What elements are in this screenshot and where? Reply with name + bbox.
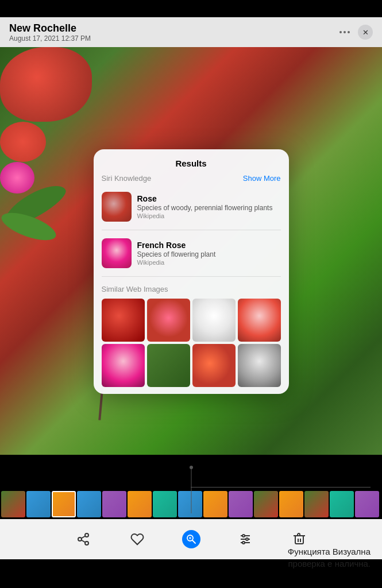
french-rose-knowledge-item[interactable]: French Rose Species of flowering plant W… <box>94 234 289 273</box>
svg-point-8 <box>242 541 245 544</box>
similar-image-2[interactable] <box>147 299 190 342</box>
svg-point-2 <box>189 537 191 539</box>
svg-line-1 <box>192 540 195 543</box>
more-options-button[interactable] <box>339 31 350 33</box>
svg-point-7 <box>246 538 248 540</box>
film-thumb-10[interactable] <box>229 491 253 517</box>
battery-percent: 100% <box>338 5 357 13</box>
annotation-text: Функцията Визуална проверка е налична. <box>256 546 371 570</box>
status-bar: 9:41 AM Mon Jun 10 100% <box>0 0 382 17</box>
header-actions: ✕ <box>339 25 373 40</box>
similar-image-1[interactable] <box>102 299 145 342</box>
film-thumb-7[interactable] <box>153 491 177 517</box>
film-thumb-2[interactable] <box>26 491 51 517</box>
divider-1 <box>102 230 281 230</box>
film-thumb-14[interactable] <box>330 491 354 517</box>
rose-description: Species of woody, perennial flowering pl… <box>137 203 273 213</box>
red-flower-small <box>0 122 46 162</box>
heart-icon <box>130 532 144 546</box>
similar-image-6[interactable] <box>147 344 190 387</box>
annotation-dot <box>190 466 193 469</box>
french-rose-name: French Rose <box>137 241 216 250</box>
french-rose-description: Species of flowering plant <box>137 250 216 260</box>
rose-thumbnail <box>102 192 132 222</box>
film-thumb-4[interactable] <box>77 491 101 517</box>
header-title-block: New Rochelle August 17, 2021 12:37 PM <box>9 22 91 42</box>
rose-knowledge-item[interactable]: Rose Species of woody, perennial floweri… <box>94 187 289 226</box>
french-rose-source: Wikipedia <box>137 259 216 266</box>
siri-knowledge-label: Siri Knowledge <box>102 174 152 183</box>
wifi-icon <box>326 5 335 12</box>
similar-image-7[interactable] <box>192 344 236 387</box>
show-more-button[interactable]: Show More <box>243 174 281 183</box>
annotation-line-vertical <box>191 467 191 513</box>
adjust-button[interactable] <box>233 527 258 552</box>
annotation-line-horizontal <box>191 487 371 488</box>
similar-image-8[interactable] <box>238 344 281 387</box>
siri-knowledge-header: Siri Knowledge Show More <box>94 174 289 183</box>
film-thumb-12[interactable] <box>279 491 303 517</box>
similar-image-5[interactable] <box>102 344 145 387</box>
french-rose-text: French Rose Species of flowering plant W… <box>137 241 216 266</box>
film-thumb-9[interactable] <box>203 491 227 517</box>
film-thumb-5[interactable] <box>102 491 126 517</box>
divider-2 <box>102 276 281 277</box>
visual-lookup-icon <box>186 533 197 545</box>
svg-point-6 <box>242 535 245 537</box>
rose-name: Rose <box>137 194 273 203</box>
french-rose-thumbnail <box>102 238 132 268</box>
share-button[interactable] <box>71 527 96 552</box>
film-thumb-13[interactable] <box>304 491 329 517</box>
trash-icon <box>293 532 306 546</box>
status-right: 100% <box>326 5 373 13</box>
rose-source: Wikipedia <box>137 212 273 219</box>
results-title: Results <box>94 158 289 168</box>
film-thumb-3-active[interactable] <box>52 491 76 517</box>
film-thumb-1[interactable] <box>1 491 25 517</box>
photo-title: New Rochelle <box>9 22 91 34</box>
results-card: Results Siri Knowledge Show More Rose Sp… <box>94 149 289 394</box>
pink-flower-decoration <box>0 162 34 194</box>
similar-image-3[interactable] <box>192 299 236 342</box>
photo-header: New Rochelle August 17, 2021 12:37 PM ✕ <box>0 17 382 47</box>
battery-icon <box>360 6 373 12</box>
adjust-icon <box>238 532 252 546</box>
film-thumb-6[interactable] <box>128 491 152 517</box>
film-thumb-11[interactable] <box>254 491 278 517</box>
red-flower-decoration <box>0 47 92 122</box>
similar-images-label: Similar Web Images <box>102 285 168 293</box>
like-button[interactable] <box>125 527 150 552</box>
similar-images-grid <box>94 299 289 387</box>
photo-subtitle: August 17, 2021 12:37 PM <box>9 34 91 42</box>
share-icon <box>76 532 90 546</box>
rose-text: Rose Species of woody, perennial floweri… <box>137 194 273 220</box>
status-date: Mon Jun 10 <box>161 5 203 13</box>
status-time: 9:41 AM <box>9 5 37 13</box>
home-indicator <box>154 581 229 583</box>
visual-lookup-button[interactable] <box>179 527 204 552</box>
svg-rect-9 <box>295 536 303 544</box>
film-thumb-15[interactable] <box>355 491 379 517</box>
close-button[interactable]: ✕ <box>358 25 373 40</box>
similar-image-4[interactable] <box>238 299 281 342</box>
visual-lookup-badge <box>182 530 200 548</box>
film-thumb-8[interactable] <box>178 491 202 517</box>
similar-images-header: Similar Web Images <box>94 280 289 299</box>
